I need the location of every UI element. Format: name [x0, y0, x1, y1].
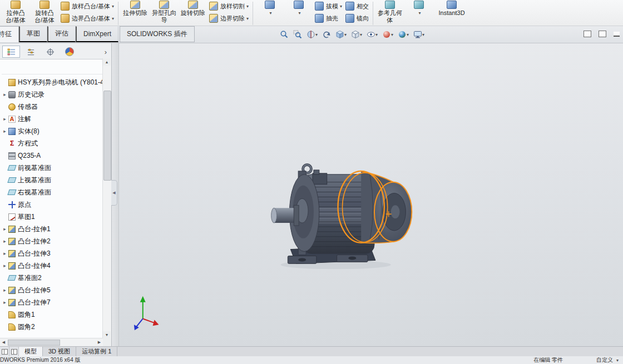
boundary-boss-button[interactable]: 边界凸台/基体 ▾: [59, 12, 116, 24]
expand-arrow-icon[interactable]: ▸: [2, 116, 8, 122]
display-style-button[interactable]: ▾: [349, 28, 364, 41]
window-restore-icon[interactable]: [584, 31, 591, 37]
tree-item-front-plane[interactable]: 前视基准面: [2, 162, 102, 174]
dropdown-arrow-icon[interactable]: ▾: [344, 32, 347, 37]
tree-item-boss-extrude7[interactable]: ▸凸台-拉伸7: [2, 296, 102, 308]
expand-arrow-icon[interactable]: ▸: [2, 226, 8, 232]
expand-arrow-icon[interactable]: ▸: [2, 300, 8, 305]
lofted-cut-button[interactable]: 放样切割 ▾: [207, 0, 250, 12]
tree-vertical-scrollbar[interactable]: ▲ ▼: [102, 58, 111, 338]
tab-solidworks-addins[interactable]: SOLIDWORKS 插件: [120, 26, 195, 42]
tree-item-top-plane[interactable]: 上视基准面: [2, 174, 102, 186]
tab-features[interactable]: 特征: [0, 26, 19, 42]
customize-control[interactable]: 自定义 ▾: [596, 356, 619, 364]
tree-item-origin[interactable]: 原点: [2, 198, 102, 211]
displaymanager-tab[interactable]: [61, 46, 78, 58]
tree-item-sensors[interactable]: 传感器: [2, 101, 102, 113]
zoom-fit-button[interactable]: [278, 28, 290, 41]
tree-item-equations[interactable]: Σ方程式: [2, 137, 102, 149]
scroll-down-icon[interactable]: ▼: [103, 331, 111, 338]
expand-arrow-icon[interactable]: ▸: [2, 263, 8, 268]
tab-3d-views[interactable]: 3D 视图: [43, 347, 76, 356]
tree-item-history[interactable]: ▸历史记录: [2, 88, 102, 101]
split-horizontal-icon[interactable]: [0, 347, 9, 356]
dropdown-arrow-icon[interactable]: ▾: [315, 32, 318, 37]
hole-wizard-button[interactable]: 异型孔向导: [150, 0, 179, 26]
scroll-right-icon[interactable]: ▶: [96, 340, 103, 345]
panel-splitter[interactable]: ◀: [112, 43, 119, 346]
expand-arrow-icon[interactable]: ▸: [2, 92, 8, 97]
dropdown-arrow-icon[interactable]: ▾: [112, 3, 114, 10]
dropdown-arrow-icon[interactable]: ▾: [340, 3, 342, 10]
dropdown-arrow-icon[interactable]: ▾: [391, 32, 393, 37]
zoom-area-button[interactable]: [291, 28, 304, 41]
tree-item-fillet2[interactable]: 圆角2: [2, 321, 102, 333]
tree-item-plane2[interactable]: 基准面2: [2, 272, 102, 284]
window-minimize-icon[interactable]: [614, 32, 620, 37]
dropdown-arrow-icon[interactable]: ▾: [616, 358, 619, 363]
dropdown-arrow-icon[interactable]: ▾: [299, 9, 301, 17]
dropdown-arrow-icon[interactable]: ▾: [112, 15, 114, 22]
graphics-viewport[interactable]: [119, 43, 623, 346]
expand-arrow-icon[interactable]: ▸: [2, 287, 8, 293]
dropdown-arrow-icon[interactable]: ▾: [422, 32, 424, 37]
scroll-left-icon[interactable]: ◀: [0, 340, 7, 345]
dropdown-arrow-icon[interactable]: ▾: [407, 32, 409, 37]
dropdown-arrow-icon[interactable]: ▾: [246, 15, 249, 22]
tree-horizontal-scrollbar[interactable]: ◀ ▶: [0, 338, 103, 346]
instant3d-button[interactable]: Instant3D: [433, 0, 470, 26]
featuremanager-tree-tab[interactable]: [2, 46, 20, 58]
configurationmanager-tab[interactable]: [41, 46, 59, 58]
tree-item-boss-extrude4[interactable]: ▸凸台-拉伸4: [2, 260, 102, 272]
tree-root-part[interactable]: HSY系列异步电动机 (Y801-4<显示: [2, 76, 102, 88]
scrollbar-thumb[interactable]: [103, 91, 111, 181]
tree-item-boss-extrude3[interactable]: ▸凸台-拉伸3: [2, 247, 102, 260]
previous-view-button[interactable]: [320, 28, 333, 41]
boundary-cut-button[interactable]: 边界切除 ▾: [207, 12, 250, 24]
tree-item-boss-extrude5[interactable]: ▸凸台-拉伸5: [2, 284, 102, 296]
tree-item-sketch1[interactable]: 草图1: [2, 211, 102, 223]
reference-geometry-button[interactable]: 参考几何体: [375, 0, 404, 26]
shell-button[interactable]: 抽壳: [313, 12, 344, 24]
propertymanager-tab[interactable]: [22, 46, 39, 58]
lofted-boss-button[interactable]: 放样凸台/基体 ▾: [59, 0, 116, 12]
expand-arrow-icon[interactable]: ▸: [2, 128, 8, 134]
tree-item-boss-extrude1[interactable]: ▸凸台-拉伸1: [2, 223, 102, 235]
extruded-cut-button[interactable]: 拉伸切除: [121, 0, 150, 26]
rib-dropdown-button[interactable]: ▾: [284, 0, 313, 26]
dropdown-arrow-icon[interactable]: ▾: [375, 32, 378, 37]
dropdown-arrow-icon[interactable]: ▾: [270, 9, 272, 17]
panel-collapse-handle[interactable]: ◀: [111, 180, 117, 206]
motor-front-end[interactable]: [271, 171, 319, 255]
panel-expand-chevron[interactable]: ›: [101, 48, 110, 56]
intersect-button[interactable]: 相交: [344, 0, 370, 12]
scroll-up-icon[interactable]: ▲: [103, 58, 111, 66]
revolved-cut-button[interactable]: 旋转切除: [179, 0, 207, 26]
dropdown-arrow-icon[interactable]: ▾: [246, 3, 249, 10]
split-vertical-icon[interactable]: [9, 347, 19, 356]
pattern-dropdown-button[interactable]: ▾: [255, 0, 284, 26]
view-settings-button[interactable]: ▾: [412, 28, 426, 41]
scrollbar-thumb[interactable]: [8, 340, 60, 346]
expand-arrow-icon[interactable]: ▸: [2, 238, 8, 244]
extruded-boss-button[interactable]: 拉伸凸台/基体: [1, 0, 30, 26]
curves-dropdown-button[interactable]: ▾: [404, 0, 433, 26]
dropdown-arrow-icon[interactable]: ▾: [419, 9, 421, 17]
dropdown-arrow-icon[interactable]: ▾: [360, 32, 362, 37]
view-orientation-button[interactable]: ▾: [334, 28, 348, 41]
mirror-button[interactable]: 镜向: [344, 12, 370, 24]
tab-motion-study1[interactable]: 运动算例 1: [76, 347, 117, 356]
motor-3d-model[interactable]: [119, 43, 623, 346]
draft-button[interactable]: 拔模 ▾: [313, 0, 344, 12]
section-view-button[interactable]: ▾: [305, 28, 319, 41]
tab-sketch[interactable]: 草图: [19, 26, 47, 42]
apply-scene-button[interactable]: ▾: [396, 28, 411, 41]
window-maximize-icon[interactable]: [599, 31, 606, 37]
tree-item-annotations[interactable]: ▸A注解: [2, 113, 102, 125]
revolved-boss-button[interactable]: 旋转凸台/基体: [30, 0, 59, 26]
tab-evaluate[interactable]: 评估: [47, 26, 76, 42]
tab-model[interactable]: 模型: [19, 347, 43, 356]
tree-item-solid-bodies[interactable]: ▸实体(8): [2, 125, 102, 137]
tree-item-fillet1[interactable]: 圆角1: [2, 308, 102, 321]
tree-item-boss-extrude2[interactable]: ▸凸台-拉伸2: [2, 235, 102, 247]
